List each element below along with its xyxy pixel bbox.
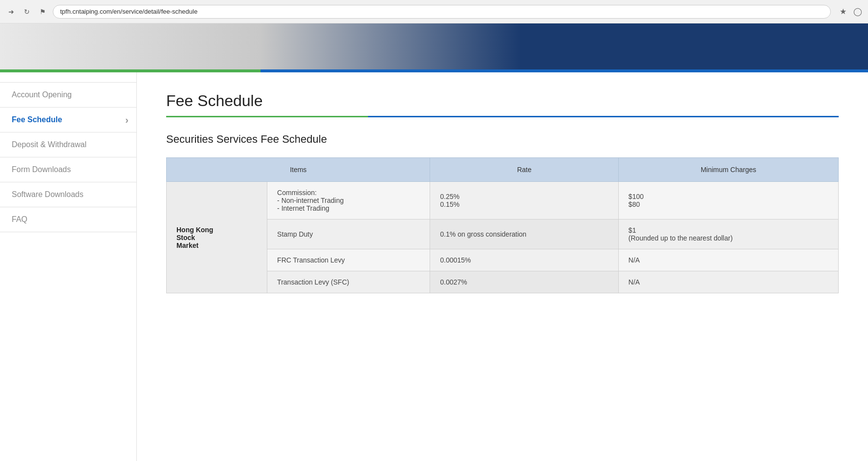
rate-transaction-levy-sfc: 0.0027% (430, 271, 618, 293)
sidebar-item-fee-schedule[interactable]: Fee Schedule (0, 108, 136, 132)
table-row: Hong KongStockMarket Commission:- Non-in… (167, 182, 839, 220)
banner-blue-line (260, 69, 868, 72)
rate-frc-levy: 0.00015% (430, 249, 618, 271)
bookmark-icon[interactable]: ★ (840, 7, 846, 16)
rate-commission: 0.25%0.15% (430, 182, 618, 220)
sidebar-item-faq[interactable]: FAQ (0, 207, 136, 232)
col-header-rate: Rate (430, 158, 618, 182)
min-commission: $100$80 (618, 182, 838, 220)
page-title: Fee Schedule (166, 92, 839, 110)
url-text: tpfh.cntaiping.com/en/service/detail/fee… (60, 8, 197, 15)
sidebar-item-form-downloads[interactable]: Form Downloads (0, 157, 136, 182)
rate-stamp-duty: 0.1% on gross consideration (430, 220, 618, 249)
item-commission: Commission:- Non-internet Trading- Inter… (267, 182, 430, 220)
sidebar: Account Opening Fee Schedule Deposit & W… (0, 72, 137, 461)
col-header-items: Items (167, 158, 430, 182)
min-transaction-levy-sfc: N/A (618, 271, 838, 293)
back-button[interactable]: ➜ (6, 6, 17, 17)
title-divider (166, 116, 839, 117)
item-frc-levy: FRC Transaction Levy (267, 249, 430, 271)
refresh-button[interactable]: ↻ (22, 6, 32, 17)
url-bar[interactable]: tpfh.cntaiping.com/en/service/detail/fee… (53, 5, 831, 19)
sidebar-item-deposit-withdrawal[interactable]: Deposit & Withdrawal (0, 132, 136, 157)
table-row: FRC Transaction Levy 0.00015% N/A (167, 249, 839, 271)
table-row: Stamp Duty 0.1% on gross consideration $… (167, 220, 839, 249)
sidebar-item-account-opening[interactable]: Account Opening (0, 82, 136, 108)
col-header-min-charges: Minimum Charges (618, 158, 838, 182)
min-stamp-duty: $1(Rounded up to the nearest dollar) (618, 220, 838, 249)
category-hk-stock-market: Hong KongStockMarket (167, 182, 267, 293)
banner (0, 23, 868, 72)
item-stamp-duty: Stamp Duty (267, 220, 430, 249)
sidebar-item-software-downloads[interactable]: Software Downloads (0, 182, 136, 207)
browser-chrome: ➜ ↻ ⚑ tpfh.cntaiping.com/en/service/deta… (0, 0, 868, 23)
item-transaction-levy-sfc: Transaction Levy (SFC) (267, 271, 430, 293)
fee-table: Items Rate Minimum Charges Hong KongStoc… (166, 157, 839, 293)
main-content: Fee Schedule Securities Services Fee Sch… (137, 72, 868, 461)
extension-icon[interactable]: ◯ (853, 7, 862, 16)
page-layout: Account Opening Fee Schedule Deposit & W… (0, 72, 868, 461)
section-title: Securities Services Fee Schedule (166, 133, 839, 146)
address-icon: ⚑ (37, 6, 48, 17)
min-frc-levy: N/A (618, 249, 838, 271)
table-row: Transaction Levy (SFC) 0.0027% N/A (167, 271, 839, 293)
